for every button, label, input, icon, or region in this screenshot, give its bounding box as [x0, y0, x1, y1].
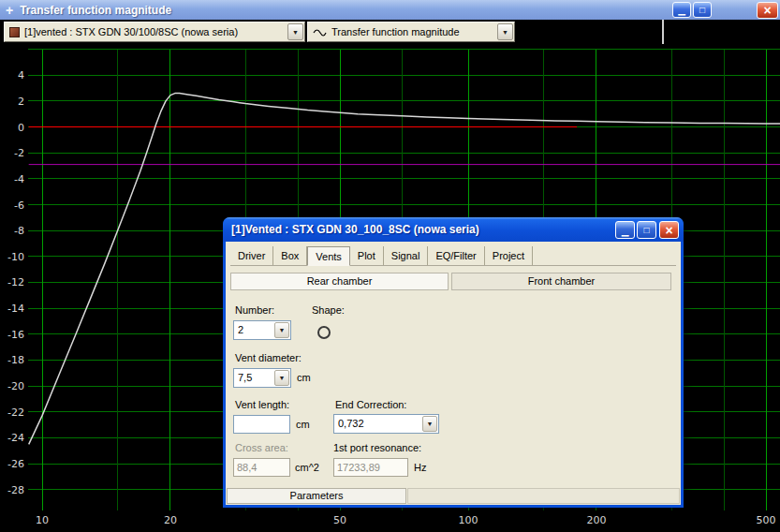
speaker-box-icon [9, 27, 20, 37]
number-label: Number: [235, 304, 274, 316]
tab-signal[interactable]: Signal [384, 246, 429, 265]
parameters-button[interactable]: Parameters [227, 488, 406, 504]
project-combo-value: [1]vented : STX GDN 30/100/8SC (nowa ser… [24, 26, 283, 37]
close-icon: × [763, 4, 771, 17]
y-tick-label: -18 [7, 354, 24, 366]
end-correction-dropdown-button[interactable]: ▼ [422, 416, 437, 432]
plot-combo-dropdown-button[interactable]: ▼ [497, 23, 513, 40]
cross-area-unit: cm^2 [295, 462, 319, 473]
number-combo-dropdown-button[interactable]: ▼ [274, 322, 289, 338]
window-titlebar[interactable]: + Transfer function magnitude ▁ □ × [0, 0, 780, 20]
x-tick-label: 100 [459, 514, 478, 526]
number-combo-value: 2 [238, 324, 243, 335]
close-icon: × [665, 224, 672, 237]
shape-label: Shape: [312, 304, 345, 316]
toolbar: [1]vented : STX GDN 30/100/8SC (nowa ser… [0, 20, 780, 44]
minimize-icon: ▁ [622, 227, 629, 236]
tab-driver[interactable]: Driver [230, 246, 273, 265]
tab-box[interactable]: Box [273, 246, 307, 265]
tab-project[interactable]: Project [485, 246, 533, 265]
chevron-down-icon: ▼ [427, 421, 434, 427]
vent-length-label: Vent length: [235, 399, 289, 410]
end-correction-combo[interactable]: 0,732 ▼ [333, 414, 439, 434]
y-tick-label: -8 [14, 225, 24, 237]
y-tick-label: -4 [14, 173, 24, 185]
vent-length-input[interactable] [233, 415, 290, 434]
window-maximize-button[interactable]: □ [693, 2, 712, 18]
window-minimize-button[interactable]: ▁ [672, 2, 691, 18]
plot-combo-value: Transfer function magnitude [331, 26, 493, 37]
front-chamber-button[interactable]: Front chamber [451, 273, 671, 290]
circle-shape-icon[interactable] [317, 326, 331, 339]
y-tick-label: 0 [18, 122, 24, 134]
y-tick-label: -22 [7, 406, 24, 419]
y-tick-label: -6 [14, 200, 24, 212]
x-tick-label: 500 [757, 514, 776, 526]
y-tick-label: -16 [7, 329, 24, 341]
cross-area-input [233, 458, 290, 477]
chevron-down-icon: ▼ [502, 29, 508, 36]
x-tick-label: 20 [164, 514, 177, 526]
y-tick-label: -24 [7, 432, 24, 444]
minimize-icon: ▁ [678, 6, 685, 15]
dialog-minimize-button[interactable]: ▁ [615, 221, 635, 239]
chevron-down-icon: ▼ [279, 375, 286, 381]
tab-vents[interactable]: Vents [307, 246, 350, 266]
waveform-icon [313, 27, 327, 37]
y-tick-label: -10 [7, 251, 24, 263]
window-title: Transfer function magnitude [20, 4, 171, 17]
project-combo-dropdown-button[interactable]: ▼ [287, 23, 303, 40]
rear-chamber-button[interactable]: Rear chamber [230, 273, 449, 290]
vent-diameter-unit: cm [297, 372, 311, 383]
first-port-resonance-label: 1st port resonance: [333, 442, 421, 453]
number-combo[interactable]: 2 ▼ [233, 320, 291, 340]
maximize-icon: □ [643, 226, 649, 235]
y-tick-label: -12 [7, 276, 24, 288]
first-port-resonance-input [333, 458, 408, 477]
tab-eq-filter[interactable]: EQ/Filter [428, 246, 484, 265]
x-tick-label: 200 [586, 514, 606, 526]
y-tick-label: -26 [7, 458, 24, 470]
vent-diameter-combo-value: 7,5 [238, 372, 252, 383]
dialog-bottom-bar: Parameters [227, 488, 680, 504]
y-tick-label: 4 [18, 69, 24, 81]
x-tick-label: 10 [36, 514, 49, 526]
window-close-button[interactable]: × [757, 2, 778, 19]
vent-diameter-label: Vent diameter: [235, 352, 302, 363]
cross-area-label: Cross area: [235, 442, 288, 453]
dialog-maximize-button[interactable]: □ [637, 221, 656, 239]
project-select-combo[interactable]: [1]vented : STX GDN 30/100/8SC (nowa ser… [4, 22, 305, 42]
dialog-body: Driver Box Vents Plot Signal EQ/Filter P… [226, 242, 681, 505]
chevron-down-icon: ▼ [292, 29, 299, 36]
maximize-icon: □ [699, 6, 705, 15]
end-correction-combo-value: 0,732 [338, 418, 364, 429]
vents-dialog: [1]Vented : STX GDN 30_100_8SC (nowa ser… [223, 217, 684, 508]
y-tick-label: 2 [18, 96, 24, 108]
move-icon: + [6, 4, 13, 17]
y-tick-label: -2 [14, 147, 24, 159]
dialog-tabbar: Driver Box Vents Plot Signal EQ/Filter P… [230, 246, 676, 266]
x-tick-label: 50 [333, 514, 346, 526]
end-correction-label: End Correction: [335, 399, 406, 410]
y-tick-label: -20 [7, 380, 24, 392]
tab-plot[interactable]: Plot [350, 246, 384, 265]
vent-length-unit: cm [296, 419, 310, 430]
plot-type-combo[interactable]: Transfer function magnitude ▼ [307, 22, 515, 42]
toolbar-divider [662, 20, 664, 44]
first-port-resonance-unit: Hz [414, 462, 426, 473]
y-tick-label: -28 [7, 484, 24, 496]
chevron-down-icon: ▼ [279, 327, 286, 333]
vent-diameter-combo[interactable]: 7,5 ▼ [233, 368, 291, 388]
y-tick-label: -14 [7, 303, 24, 315]
dialog-close-button[interactable]: × [659, 221, 679, 239]
dialog-title: [1]Vented : STX GDN 30_100_8SC (nowa ser… [231, 223, 479, 236]
vent-diameter-dropdown-button[interactable]: ▼ [274, 370, 289, 386]
bottom-bar-spacer [407, 488, 680, 504]
